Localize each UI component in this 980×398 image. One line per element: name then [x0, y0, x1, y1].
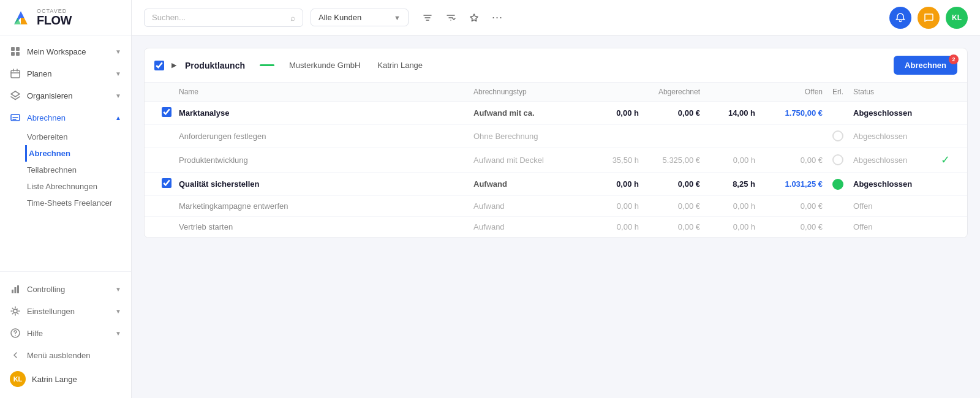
row-type-vertrieb: Aufwand: [473, 222, 584, 231]
notifications-button[interactable]: [889, 7, 911, 29]
user-area[interactable]: KL Katrin Lange: [0, 366, 131, 392]
logo-text: OCTAVED FLOW: [37, 9, 72, 26]
sidebar-item-controlling[interactable]: Controlling ▼: [0, 278, 131, 300]
svg-rect-6: [16, 52, 20, 56]
row-name-vertrieb: Vertrieb starten: [179, 222, 473, 231]
svg-point-14: [15, 335, 16, 336]
customer-filter-dropdown[interactable]: Alle Kunden ▼: [311, 9, 409, 26]
sidebar-item-hilfe[interactable]: Hilfe ▼: [0, 322, 131, 344]
sidebar-sub-item-time-sheets[interactable]: Time-Sheets Freelancer: [27, 195, 131, 211]
row-offen-h-produktentwicklung: 0,00 h: [700, 156, 755, 165]
row-name-marketing: Marketingkampagne entwerfen: [179, 201, 473, 211]
filter-icon[interactable]: [418, 9, 437, 27]
chevron-down-icon: ▼: [115, 48, 121, 55]
sidebar-item-einstellungen[interactable]: Einstellungen ▼: [0, 300, 131, 322]
row-type-qualitaet: Aufwand: [473, 179, 584, 189]
sidebar-item-label-controlling: Controlling: [27, 285, 65, 294]
sidebar-item-menu-ausblenden[interactable]: Menü ausblenden: [0, 344, 131, 366]
th-offen-eur: Offen: [755, 88, 823, 96]
table-row: Vertrieb starten Aufwand 0,00 h 0,00 € 0…: [145, 217, 967, 238]
svg-rect-11: [17, 285, 19, 293]
customer-filter-label: Alle Kunden: [318, 13, 389, 22]
erl-circle-icon: [832, 154, 843, 165]
sidebar-sub-item-vorbereiten[interactable]: Vorbereiten: [27, 129, 131, 145]
row-name-qualitaet[interactable]: Qualität sicherstellen: [179, 179, 473, 189]
chevron-up-icon: ▲: [115, 115, 121, 121]
project-checkbox[interactable]: [154, 61, 164, 70]
table-row: Anforderungen festlegen Ohne Berechnung …: [145, 125, 967, 148]
row-status-qualitaet: Abgeschlossen: [853, 179, 933, 189]
row-checkbox-qualitaet: [154, 178, 179, 190]
sidebar-item-label-abrechnen: Abrechnen: [27, 113, 66, 122]
user-name-label: Katrin Lange: [32, 375, 77, 384]
search-input[interactable]: [152, 13, 285, 22]
more-icon[interactable]: ···: [488, 9, 507, 27]
svg-rect-9: [12, 290, 13, 293]
project-card: ▶ Produktlaunch Musterkunde GmbH Katrin …: [144, 48, 968, 238]
sidebar-item-label-organisieren: Organisieren: [27, 91, 72, 100]
row-name-produktentwicklung: Produktentwicklung: [179, 156, 473, 165]
row-offen-eur-qualitaet: 1.031,25 €: [755, 179, 823, 189]
avatar: KL: [10, 371, 26, 387]
project-header: ▶ Produktlaunch Musterkunde GmbH Katrin …: [145, 48, 967, 83]
profile-button[interactable]: KL: [946, 7, 968, 29]
row-check-qualitaet[interactable]: [162, 178, 172, 188]
sidebar-sub-item-liste-abrechnungen[interactable]: Liste Abrechnungen: [27, 178, 131, 195]
messages-button[interactable]: [918, 7, 940, 29]
sidebar-item-mein-workspace[interactable]: Mein Workspace ▼: [0, 40, 131, 62]
th-name: Name: [179, 88, 473, 96]
th-erl: Erl.: [823, 88, 853, 96]
chevron-down-icon: ▼: [115, 330, 121, 337]
workspace-icon: [10, 46, 21, 57]
sidebar-item-organisieren[interactable]: Organisieren ▼: [0, 84, 131, 107]
collapse-icon: [10, 350, 21, 361]
chevron-down-icon: ▼: [394, 14, 401, 21]
sidebar-item-label-hilfe: Hilfe: [27, 329, 43, 338]
help-icon: [10, 328, 21, 339]
logo-flow-label: FLOW: [37, 14, 72, 26]
chart-icon: [10, 283, 21, 295]
abrechnen-button-label: Abrechnen: [905, 61, 946, 70]
content-area: ▶ Produktlaunch Musterkunde GmbH Katrin …: [132, 36, 980, 398]
project-client: Musterkunde GmbH: [289, 61, 360, 70]
chevron-down-icon: ▼: [115, 70, 121, 77]
sidebar-sub-item-abrechnen[interactable]: Abrechnen: [25, 145, 131, 162]
search-icon: ⌕: [290, 13, 295, 23]
sidebar-item-abrechnen[interactable]: Abrechnen ▲: [0, 107, 131, 129]
star-icon[interactable]: [465, 9, 483, 27]
billing-icon: [10, 112, 21, 123]
sidebar-item-label-planen: Planen: [27, 69, 51, 78]
sidebar-sub-item-teilabrechnen[interactable]: Teilabrechnen: [27, 162, 131, 178]
settings-icon: [10, 306, 21, 317]
abrechnen-button[interactable]: Abrechnen 2: [894, 56, 957, 75]
table-row: Qualität sicherstellen Aufwand 0,00 h 0,…: [145, 173, 967, 196]
chevron-down-icon: ▼: [115, 286, 121, 293]
logo-area: OCTAVED FLOW: [0, 0, 131, 36]
svg-rect-10: [15, 287, 17, 293]
search-box[interactable]: ⌕: [144, 9, 303, 27]
row-erl-qualitaet: [823, 179, 853, 190]
sidebar-item-planen[interactable]: Planen ▼: [0, 62, 131, 84]
row-offen-eur-vertrieb: 0,00 €: [755, 222, 823, 231]
row-name-marktanalyse[interactable]: Marktanalyse: [179, 108, 473, 118]
project-expand-icon[interactable]: ▶: [172, 61, 176, 69]
row-type-marketing: Aufwand: [473, 201, 584, 211]
row-check-marktanalyse[interactable]: [162, 107, 172, 117]
th-status: Status: [853, 88, 933, 96]
row-name-anforderungen: Anforderungen festlegen: [179, 132, 473, 141]
row-abgerechnet-eur-marketing: 0,00 €: [639, 201, 700, 211]
layers-icon: [10, 90, 21, 101]
row-status-anforderungen: Abgeschlossen: [853, 132, 933, 141]
row-offen-h-vertrieb: 0,00 h: [700, 222, 755, 231]
row-type-produktentwicklung: Aufwand mit Deckel: [473, 156, 584, 165]
table-header: Name Abrechnungstyp Abgerechnet Offen Er…: [145, 83, 967, 102]
erl-circle-filled-icon: [832, 179, 843, 190]
topbar: ⌕ Alle Kunden ▼ ···: [132, 0, 980, 36]
row-status-produktentwicklung: Abgeschlossen: [853, 156, 933, 165]
svg-rect-3: [11, 47, 15, 51]
table-row: Marketingkampagne entwerfen Aufwand 0,00…: [145, 196, 967, 217]
sort-icon[interactable]: [442, 9, 460, 27]
row-status-marktanalyse: Abgeschlossen: [853, 108, 933, 118]
row-offen-h-marketing: 0,00 h: [700, 201, 755, 211]
row-checkbox-marktanalyse: [154, 107, 179, 119]
